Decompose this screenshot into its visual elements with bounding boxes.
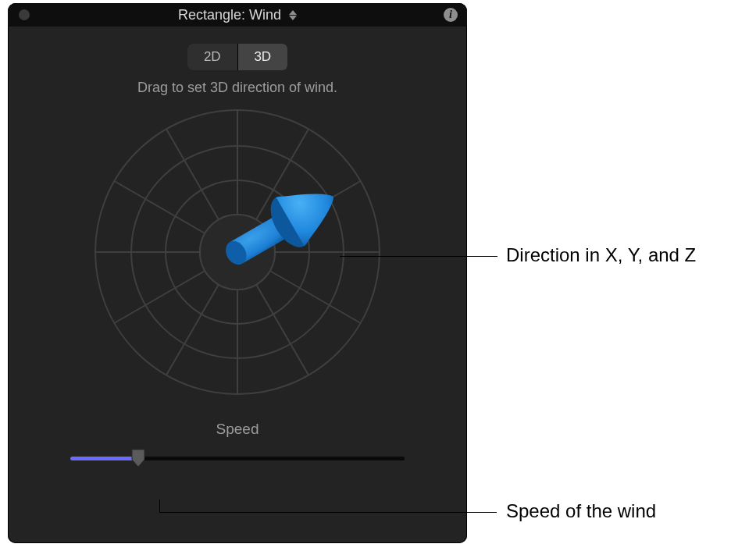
- mode-2d-button[interactable]: 2D: [187, 44, 237, 70]
- annotation-direction: Direction in X, Y, and Z: [506, 244, 696, 266]
- wind-hud-panel: Rectangle: Wind i 2D 3D Drag to set 3D d…: [8, 3, 467, 543]
- annotation-line: [159, 499, 160, 512]
- direction-dial-3d[interactable]: [92, 107, 383, 397]
- titlebar: Rectangle: Wind i: [8, 3, 467, 27]
- speed-label: Speed: [8, 421, 467, 438]
- title-dropdown[interactable]: Rectangle: Wind: [178, 7, 297, 23]
- annotation-speed: Speed of the wind: [506, 500, 656, 522]
- annotation-line: [159, 512, 497, 513]
- slider-thumb[interactable]: [131, 449, 145, 471]
- mode-3d-button[interactable]: 3D: [237, 44, 288, 70]
- svg-line-17: [114, 181, 205, 233]
- svg-line-14: [166, 285, 219, 375]
- updown-icon: [289, 10, 297, 20]
- svg-marker-1: [289, 16, 297, 20]
- svg-line-18: [166, 129, 219, 219]
- speed-slider[interactable]: [70, 449, 405, 467]
- instruction-text: Drag to set 3D direction of wind.: [8, 80, 467, 96]
- svg-marker-0: [289, 10, 297, 15]
- mode-2d-3d-toggle[interactable]: 2D 3D: [187, 44, 287, 70]
- annotation-line: [340, 256, 497, 257]
- info-icon[interactable]: i: [444, 8, 458, 22]
- svg-line-15: [114, 271, 205, 323]
- panel-title: Rectangle: Wind: [178, 7, 281, 23]
- slider-fill: [70, 457, 136, 460]
- close-dot[interactable]: [19, 9, 30, 20]
